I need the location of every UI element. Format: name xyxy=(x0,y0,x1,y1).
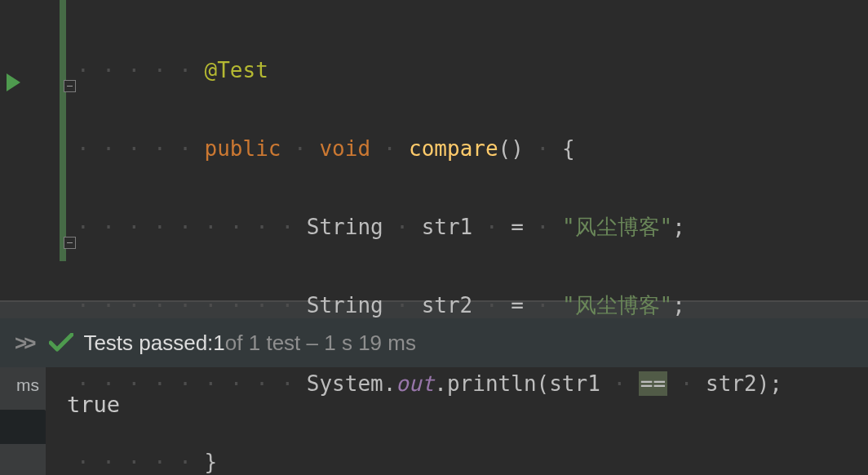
fold-toggle-icon[interactable] xyxy=(64,237,76,249)
fold-toggle-icon[interactable] xyxy=(64,80,76,92)
code-line: · · · · · @Test xyxy=(77,51,868,90)
code-line: · · · · · · · · · String · str2 · = · "风… xyxy=(77,286,868,325)
console-tab-ms[interactable]: ms xyxy=(0,367,46,403)
annotation: @Test xyxy=(205,58,268,82)
code-line: · · · · · } xyxy=(77,442,868,475)
code-line: · · · · · · · · · System.out.println(str… xyxy=(77,364,868,403)
console-tab-active[interactable] xyxy=(0,410,46,444)
success-check-icon xyxy=(49,333,73,353)
code-editor[interactable]: · · · · · @Test · · · · · public · void … xyxy=(0,0,868,300)
code-line: · · · · · public · void · compare() · { xyxy=(77,129,868,168)
gutter xyxy=(0,0,77,300)
code-area[interactable]: · · · · · @Test · · · · · public · void … xyxy=(77,0,868,300)
run-test-icon[interactable] xyxy=(7,73,20,91)
change-marker xyxy=(60,0,66,261)
equals-operator-highlight: == xyxy=(639,371,667,396)
method-name: compare xyxy=(409,136,498,161)
code-line: · · · · · · · · · String · str1 · = · "风… xyxy=(77,207,868,246)
console-tabs: ms xyxy=(0,367,46,475)
expand-chevron-icon[interactable]: >> xyxy=(15,331,33,356)
